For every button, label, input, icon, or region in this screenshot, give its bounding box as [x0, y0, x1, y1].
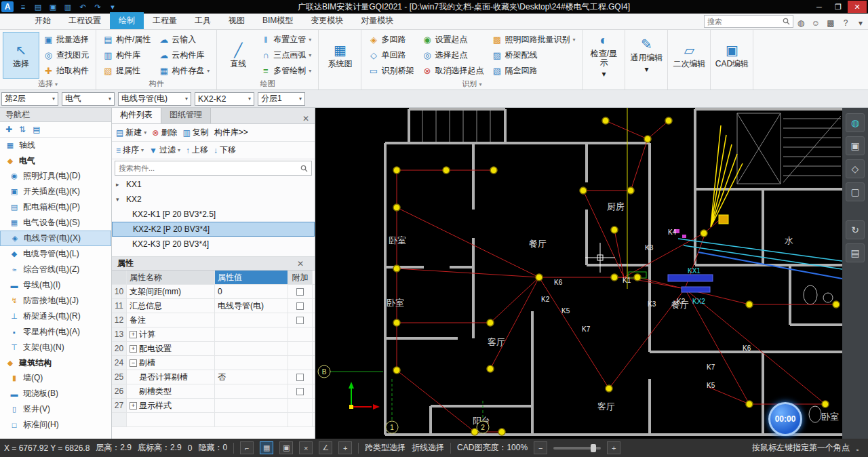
filter-icon[interactable]: ▤ — [33, 125, 40, 134]
tab-compare-module[interactable]: 对量模块 — [352, 12, 402, 29]
property-group-row[interactable]: 24 −剔槽 — [112, 356, 315, 370]
attach-checkbox[interactable] — [296, 317, 304, 324]
property-row[interactable]: 11 汇总信息 电线导管(电) — [112, 299, 315, 313]
tree-item-kx1[interactable]: ▸KX1 — [112, 177, 315, 192]
cancel-start-button[interactable]: ⊗取消选择起点 — [419, 63, 486, 78]
riser-button[interactable]: ‖布置立管▾ — [258, 33, 314, 47]
find-element-button[interactable]: ◎查找图元 — [41, 48, 92, 63]
arc-button[interactable]: ∩三点画弧▾ — [258, 48, 314, 63]
box-circuit-button[interactable]: ▧隔盒回路 — [489, 63, 578, 78]
sidebar-item-axis[interactable]: ▦轴线 — [0, 138, 111, 153]
sidebar-item-cable-conduit[interactable]: ◆电缆导管(电)(L) — [0, 246, 111, 262]
set-start-button[interactable]: ◉设置起点 — [419, 33, 486, 47]
expand-collapse-icon[interactable]: ⇅ — [19, 125, 26, 134]
expand-plus-icon[interactable]: + — [130, 402, 137, 410]
attach-checkbox[interactable] — [296, 288, 304, 296]
object-snap-icon[interactable]: × — [299, 441, 313, 454]
global-search[interactable] — [704, 15, 793, 28]
secondary-edit-button[interactable]: ▱ 二次编辑 — [671, 32, 707, 79]
angle-snap-icon[interactable]: ∠ — [319, 441, 332, 454]
box-view-icon[interactable]: ▢ — [846, 182, 865, 201]
single-circuit-button[interactable]: ◇单回路 — [366, 48, 416, 63]
collapse-ribbon-icon[interactable]: ▾ — [853, 18, 868, 28]
cad-edit-button[interactable]: ▣ CAD编辑 — [713, 32, 750, 79]
component-save-button[interactable]: ▦构件存盘▾ — [156, 63, 212, 78]
tab-change-module[interactable]: 变更模块 — [302, 12, 352, 29]
tree-item-kx2-k3[interactable]: KX2-K3 [P 20 BV3*4] — [112, 237, 315, 252]
global-search-input[interactable] — [707, 18, 783, 26]
toolbar-more-icon[interactable]: ▾ — [107, 3, 118, 12]
cross-type-select-toggle[interactable]: 跨类型选择 — [365, 442, 406, 454]
component-attr-button[interactable]: ▤构件/属性 — [100, 33, 153, 47]
property-group-row[interactable]: 13 +计算 — [112, 327, 315, 342]
component-library-button[interactable]: ▥构件库 — [100, 48, 153, 63]
properties-close-icon[interactable]: ✕ — [292, 259, 309, 269]
maximize-button[interactable]: ❐ — [829, 1, 848, 13]
help-icon[interactable]: ? — [838, 18, 853, 28]
attach-checkbox[interactable] — [296, 388, 304, 395]
group-label-identify[interactable]: 识别 ▾ — [361, 79, 582, 89]
brightness-decrease-icon[interactable]: − — [534, 441, 547, 454]
print-icon[interactable]: ▥ — [62, 3, 73, 12]
sidebar-item-standard-room[interactable]: □标准间(H) — [0, 417, 111, 433]
tab-project-settings[interactable]: 工程设置 — [60, 12, 110, 29]
tab-view[interactable]: 视图 — [220, 12, 254, 29]
select-tool-button[interactable]: ↖ 选择 — [3, 32, 39, 79]
sidebar-item-cast-slab[interactable]: ▬现浇板(B) — [0, 386, 111, 401]
ortho-toggle-icon[interactable]: ⌐ — [240, 441, 254, 454]
cloud-library-button[interactable]: ☁云构件库 — [156, 48, 212, 63]
property-group-row[interactable]: 27 +显示样式 — [112, 399, 315, 413]
property-row[interactable]: 26 剔槽类型 — [112, 384, 315, 399]
tracking-icon[interactable]: + — [338, 441, 352, 454]
layer-dropdown[interactable]: 分层1▾ — [258, 92, 305, 106]
copy-component-button[interactable]: ▥复制 — [182, 127, 208, 138]
expand-plus-icon[interactable]: + — [130, 345, 137, 353]
filter-button[interactable]: ▼过滤▾ — [149, 144, 180, 156]
sidebar-item-lightning-protection[interactable]: ↯防雷接地(电)(J) — [0, 293, 111, 309]
close-button[interactable]: ✕ — [848, 1, 867, 13]
sidebar-item-switch-socket[interactable]: ▣开关插座(电)(K) — [0, 184, 111, 199]
delete-component-button[interactable]: ⊗删除 — [152, 127, 177, 138]
tab-drawing-management[interactable]: 图纸管理 — [161, 108, 211, 123]
attach-checkbox[interactable] — [296, 302, 304, 310]
user-icon[interactable]: ☺ — [808, 18, 823, 28]
snap-grid-icon[interactable]: ▦ — [260, 441, 273, 454]
check-display-button[interactable]: ◐ 检查/显示▾ — [585, 32, 622, 79]
session-timer[interactable]: 00:00 — [768, 402, 802, 436]
redo-icon[interactable]: ↷ — [92, 3, 103, 12]
group-label-select[interactable]: 选择 ▾ — [0, 79, 96, 89]
new-component-button[interactable]: ▤新建▾ — [116, 127, 146, 138]
component-library-link[interactable]: 构件库>> — [214, 127, 248, 138]
sidebar-item-composite-pipeline[interactable]: ≈综合管线(电)(Z) — [0, 262, 111, 277]
tab-component-list[interactable]: 构件列表 — [112, 108, 161, 123]
sidebar-item-support[interactable]: ⊤支架(电)(N) — [0, 340, 111, 355]
move-down-button[interactable]: ↓下移 — [214, 144, 236, 156]
cad-canvas[interactable]: 厨房 卧室 餐厅 水 卧室 客厅 餐厅 客厅 阳台 卧室 K6 K2 K5 K7… — [315, 108, 842, 439]
line-tool-button[interactable]: ╱ 直线 — [220, 32, 256, 79]
sidebar-item-misc-component[interactable]: ▪零星构件(电)(A) — [0, 324, 111, 340]
multi-pipe-button[interactable]: ≡多管绘制▾ — [258, 63, 314, 78]
expand-plus-icon[interactable]: + — [130, 331, 137, 338]
tab-draw[interactable]: 绘制 — [110, 12, 144, 29]
component-search[interactable] — [115, 161, 312, 176]
slider-knob[interactable] — [591, 444, 596, 452]
property-row[interactable]: 10 支架间距(mm) 0 — [112, 285, 315, 299]
sidebar-item-tray-fitting[interactable]: ⊥桥架通头(电)(R) — [0, 309, 111, 324]
rotate-view-icon[interactable]: ↻ — [846, 220, 865, 239]
cloud-input-button[interactable]: ☁云输入 — [156, 33, 212, 47]
sidebar-item-electrical-equipment[interactable]: ▦电气设备(电)(S) — [0, 215, 111, 231]
sidebar-section-electrical[interactable]: ◆电气 — [0, 153, 111, 168]
save-icon[interactable]: ▣ — [47, 3, 58, 12]
sidebar-item-wire-conduit[interactable]: ◈电线导管(电)(X) — [0, 231, 111, 246]
sort-button[interactable]: ≡排序▾ — [116, 144, 144, 156]
tab-bim-model[interactable]: BIM模型 — [254, 12, 302, 29]
polyline-select-toggle[interactable]: 折线选择 — [412, 442, 444, 454]
pick-component-button[interactable]: ✚抬取构件 — [41, 63, 92, 78]
batch-select-button[interactable]: ▣批量选择 — [41, 33, 92, 47]
system-diagram-button[interactable]: ▦ 系统图 — [321, 32, 358, 79]
tray-wiring-button[interactable]: ▨桥架配线 — [489, 48, 578, 63]
property-row[interactable]: 25 是否计算剔槽 否 — [112, 370, 315, 384]
extract-attr-button[interactable]: ▧提属性 — [100, 63, 153, 78]
sidebar-section-structure[interactable]: ◆建筑结构 — [0, 355, 111, 370]
brightness-slider[interactable] — [553, 447, 601, 450]
